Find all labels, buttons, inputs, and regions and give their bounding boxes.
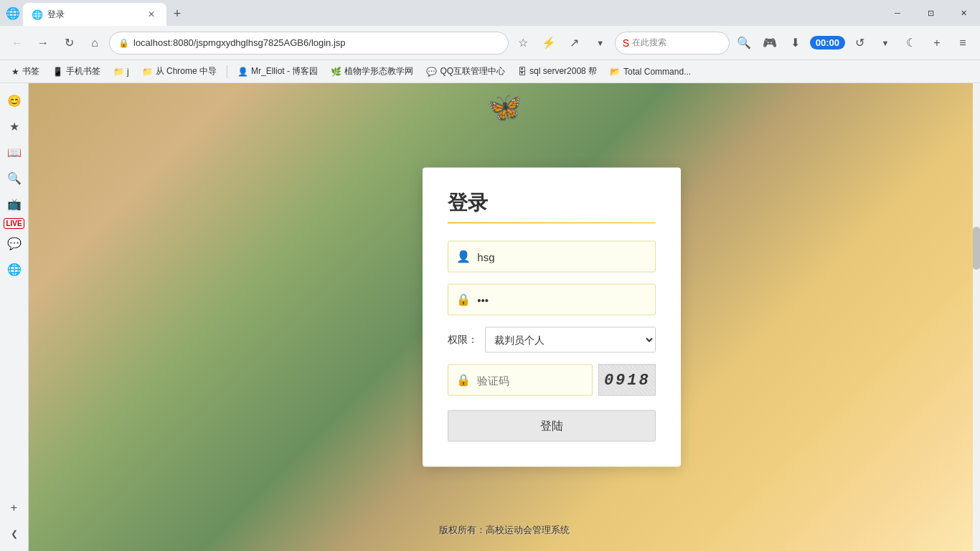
search-button[interactable]: 🔍 (732, 32, 755, 55)
qq-icon: 💬 (426, 67, 437, 77)
captcha-row: 🔒 0918 (448, 364, 656, 396)
bookmark-label-bookmarks: 书签 (22, 65, 39, 77)
sidebar-icon-favorites[interactable]: ★ (3, 115, 26, 138)
browser-tab[interactable]: 🌐 登录 ✕ (23, 3, 166, 26)
bookmark-qq[interactable]: 💬 QQ互联管理中心 (420, 63, 511, 80)
plants-icon: 🌿 (331, 67, 341, 77)
title-bar-left: 🌐 🌐 登录 ✕ + (0, 0, 188, 26)
sidebar-icon-chat[interactable]: 💬 (3, 232, 26, 255)
captcha-input-wrap: 🔒 (448, 364, 593, 396)
minimize-button[interactable]: ─ (881, 0, 914, 26)
bookmark-folder-j[interactable]: 📁 j (108, 65, 135, 79)
scrollbar-thumb[interactable] (973, 227, 980, 270)
password-group: 🔒 (448, 284, 656, 316)
permission-label: 权限： (448, 334, 478, 347)
tab-favicon: 🌐 (32, 9, 43, 20)
address-bar[interactable]: 🔒 localhost:8080/jspmgxydhglhsg7825AGB6/… (109, 32, 509, 55)
captcha-lock-icon: 🔒 (456, 373, 471, 387)
login-divider (448, 222, 656, 224)
chevron-button[interactable]: ▼ (874, 32, 897, 55)
bookmark-bookmarks[interactable]: ★ 书签 (6, 63, 45, 80)
permission-row: 权限： 裁判员个人 管理员 普通用户 (448, 327, 656, 353)
bookmark-star-button[interactable]: ☆ (512, 32, 534, 55)
bookmark-label-totalcmd: Total Command... (623, 67, 691, 77)
bookmarks-bar: ★ 书签 📱 手机书签 📁 j 📁 从 Chrome 中导 👤 Mr_Ellio… (0, 60, 980, 83)
title-bar-controls: ─ ⊡ ✕ (881, 0, 980, 26)
login-panel: 登录 👤 🔒 权限： (423, 168, 681, 467)
darkmode-button[interactable]: ☾ (900, 32, 923, 55)
bookmark-mrelliot[interactable]: 👤 Mr_Elliot - 博客园 (232, 63, 324, 80)
login-button[interactable]: 登陆 (448, 410, 656, 442)
login-title: 登录 (448, 189, 656, 217)
undo-button[interactable]: ↺ (848, 32, 871, 55)
scrollbar[interactable] (973, 83, 980, 551)
restore-button[interactable]: ⊡ (914, 0, 947, 26)
bookmark-label-qq: QQ互联管理中心 (440, 65, 505, 77)
secure-icon: 🔒 (118, 38, 129, 48)
sidebar-icon-video[interactable]: 📺 (3, 192, 26, 215)
search-engine-icon: S (623, 37, 629, 49)
left-sidebar: 😊 ★ 📖 🔍 📺 LIVE 💬 🌐 + ❮ (0, 83, 29, 551)
user-icon: 👤 (456, 250, 471, 263)
sidebar-icon-profile[interactable]: 😊 (3, 89, 26, 112)
bookmark-sqlserver[interactable]: 🗄 sql server2008 帮 (512, 63, 603, 80)
sidebar-icon-search[interactable]: 🔍 (3, 166, 26, 189)
chrome-icon: 📁 (142, 67, 153, 77)
folder-j-icon: 📁 (113, 67, 124, 77)
captcha-image[interactable]: 0918 (598, 364, 656, 396)
captcha-value: 0918 (604, 371, 651, 389)
page-content: 🦋 登录 👤 🔒 (29, 83, 980, 551)
password-input[interactable] (448, 284, 656, 316)
copyright-text: 版权所有：高校运动会管理系统 (439, 524, 570, 537)
bookmark-label-plants: 植物学形态教学网 (344, 65, 413, 77)
bookmark-plants[interactable]: 🌿 植物学形态教学网 (325, 63, 419, 80)
lightning-button[interactable]: ⚡ (537, 32, 560, 55)
browser-icon: 🌐 (6, 6, 20, 20)
username-input[interactable] (448, 241, 656, 273)
home-button[interactable]: ⌂ (83, 32, 106, 55)
bookmark-separator-1 (227, 65, 227, 78)
bookmark-totalcmd[interactable]: 📂 Total Command... (604, 65, 697, 79)
sidebar-icon-live[interactable]: LIVE (4, 218, 24, 229)
bookmark-label-chrome: 从 Chrome 中导 (156, 65, 217, 77)
butterfly-decoration: 🦋 (486, 90, 522, 124)
new-tab-button[interactable]: + (166, 4, 188, 25)
time-badge[interactable]: 00:00 (810, 36, 845, 50)
bookmark-label-mrelliot: Mr_Elliot - 博客园 (251, 65, 318, 77)
page-background: 🦋 登录 👤 🔒 (29, 83, 980, 551)
mrelliot-icon: 👤 (237, 67, 248, 77)
title-bar: 🌐 🌐 登录 ✕ + ─ ⊡ ✕ (0, 0, 980, 26)
toolbar: ← → ↻ ⌂ 🔒 localhost:8080/jspmgxydhglhsg7… (0, 26, 980, 60)
refresh-button[interactable]: ↻ (57, 32, 80, 55)
star-icon: ★ (11, 67, 19, 77)
tab-close-button[interactable]: ✕ (145, 8, 158, 21)
bookmark-label-sqlserver: sql server2008 帮 (529, 65, 597, 77)
totalcmd-icon: 📂 (610, 67, 621, 77)
menu-button[interactable]: ≡ (951, 32, 974, 55)
lock-icon: 🔒 (456, 293, 471, 306)
forward-button[interactable]: → (32, 32, 55, 55)
search-bar-area[interactable]: S 在此搜索 (615, 32, 730, 55)
mobile-icon: 📱 (52, 67, 63, 77)
bookmark-from-chrome[interactable]: 📁 从 Chrome 中导 (136, 63, 222, 80)
sidebar-add-button[interactable]: + (3, 496, 26, 519)
sidebar-icon-reader[interactable]: 📖 (3, 141, 26, 164)
sidebar-collapse-button[interactable]: ❮ (3, 522, 26, 545)
back-button[interactable]: ← (6, 32, 29, 55)
close-button[interactable]: ✕ (947, 0, 980, 26)
add-button[interactable]: + (925, 32, 948, 55)
sidebar-bottom: + ❮ (3, 496, 26, 545)
download-button[interactable]: ⬇ (784, 32, 807, 55)
sqlserver-icon: 🗄 (518, 67, 527, 77)
main-content: 😊 ★ 📖 🔍 📺 LIVE 💬 🌐 + ❮ 🦋 登录 (0, 83, 980, 551)
search-placeholder-text: 在此搜索 (632, 37, 666, 49)
bookmark-label-mobile: 手机书签 (66, 65, 100, 77)
bookmark-mobile[interactable]: 📱 手机书签 (47, 63, 106, 80)
share-chevron-button[interactable]: ▼ (589, 32, 612, 55)
game-button[interactable]: 🎮 (758, 32, 781, 55)
bookmark-label-j: j (127, 67, 129, 77)
sidebar-icon-translate[interactable]: 🌐 (3, 258, 26, 281)
address-url: localhost:8080/jspmgxydhglhsg7825AGB6/lo… (133, 37, 499, 48)
share-button[interactable]: ↗ (563, 32, 586, 55)
permission-select[interactable]: 裁判员个人 管理员 普通用户 (485, 327, 656, 353)
